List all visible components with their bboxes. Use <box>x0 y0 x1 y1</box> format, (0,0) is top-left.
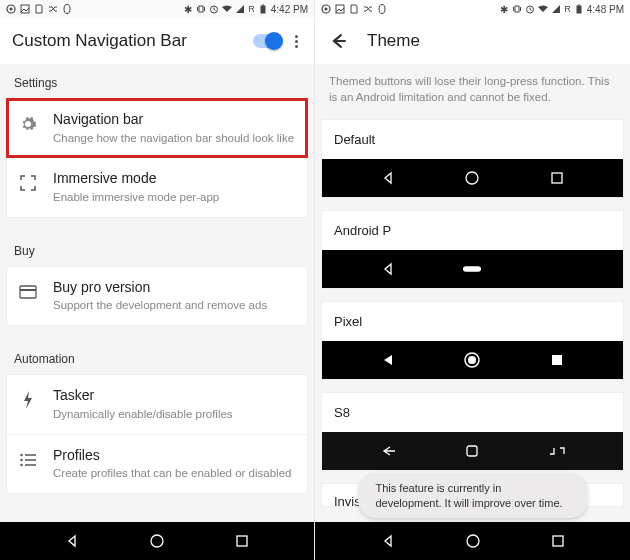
card-icon <box>17 281 39 303</box>
app-icon <box>377 4 387 14</box>
svg-rect-24 <box>515 6 519 12</box>
svg-point-16 <box>20 459 22 461</box>
battery-icon <box>574 4 584 14</box>
svg-rect-39 <box>553 536 563 546</box>
svg-rect-32 <box>552 173 562 183</box>
vibrate-icon <box>512 4 522 14</box>
warning-text: Themed buttons will lose their long-pres… <box>315 64 630 119</box>
svg-point-31 <box>466 172 478 184</box>
page-title: Theme <box>367 31 420 51</box>
svg-point-1 <box>10 8 13 11</box>
row-immersive-mode[interactable]: Immersive mode Enable immersive mode per… <box>7 157 307 216</box>
svg-point-3 <box>64 5 70 14</box>
section-label-automation: Automation <box>0 340 314 374</box>
svg-point-17 <box>20 464 22 466</box>
network-label: R <box>564 4 571 14</box>
overflow-menu-icon[interactable] <box>291 31 302 52</box>
clock-text: 4:48 PM <box>587 4 624 15</box>
shuffle-icon <box>48 4 58 14</box>
clock-text: 4:42 PM <box>271 4 308 15</box>
signal-icon <box>551 4 561 14</box>
navbar-preview <box>322 159 623 197</box>
sd-icon <box>34 4 44 14</box>
alarm-icon <box>209 4 219 14</box>
row-title: Navigation bar <box>53 111 297 129</box>
bluetooth-icon: ✱ <box>499 4 509 14</box>
theme-android-p[interactable]: Android P <box>321 210 624 289</box>
theme-name: Pixel <box>322 302 623 341</box>
recents-icon[interactable] <box>549 532 567 550</box>
alarm-icon <box>525 4 535 14</box>
row-tasker[interactable]: Tasker Dynamically enable/disable profil… <box>7 375 307 433</box>
toast: This feature is currently in development… <box>358 473 588 518</box>
theme-name: Default <box>322 120 623 159</box>
back-icon[interactable] <box>379 532 397 550</box>
svg-rect-29 <box>578 5 580 6</box>
svg-rect-4 <box>199 6 203 12</box>
back-icon <box>379 442 397 460</box>
target-icon <box>321 4 331 14</box>
status-bar: ✱ R 4:48 PM <box>315 0 630 18</box>
row-subtitle: Dynamically enable/disable profiles <box>53 407 297 422</box>
svg-rect-19 <box>237 536 247 546</box>
svg-point-23 <box>379 5 385 14</box>
home-icon <box>463 442 481 460</box>
svg-point-15 <box>20 454 22 456</box>
svg-rect-37 <box>467 446 477 456</box>
svg-rect-9 <box>262 5 264 6</box>
recents-icon <box>548 351 566 369</box>
image-icon <box>20 4 30 14</box>
navbar-preview <box>322 341 623 379</box>
home-icon[interactable] <box>464 532 482 550</box>
svg-point-21 <box>325 8 328 11</box>
svg-point-38 <box>467 535 479 547</box>
svg-rect-36 <box>552 355 562 365</box>
back-icon <box>379 169 397 187</box>
master-toggle[interactable] <box>253 34 281 48</box>
shuffle-icon <box>363 4 373 14</box>
phone-right: ✱ R 4:48 PM Theme Themed buttons will lo… <box>315 0 630 560</box>
main-content-right: Themed buttons will lose their long-pres… <box>315 64 630 522</box>
svg-rect-28 <box>576 6 581 14</box>
back-icon[interactable] <box>63 532 81 550</box>
row-subtitle: Support the development and remove ads <box>53 298 297 313</box>
theme-s8[interactable]: S8 <box>321 392 624 471</box>
row-subtitle: Enable immersive mode per-app <box>53 190 297 205</box>
home-icon[interactable] <box>148 532 166 550</box>
theme-name: Android P <box>322 211 623 250</box>
app-bar: Custom Navigation Bar <box>0 18 314 64</box>
card-buy: Buy pro version Support the development … <box>6 266 308 326</box>
app-icon <box>62 4 72 14</box>
recents-icon[interactable] <box>233 532 251 550</box>
vibrate-icon <box>196 4 206 14</box>
system-nav-bar <box>315 522 630 560</box>
row-title: Profiles <box>53 447 297 465</box>
svg-rect-33 <box>463 266 481 272</box>
card-settings: Navigation bar Change how the navigation… <box>6 98 308 218</box>
fullscreen-icon <box>17 172 39 194</box>
row-subtitle: Change how the navigation bar should loo… <box>53 131 297 146</box>
svg-point-35 <box>468 356 476 364</box>
app-title: Custom Navigation Bar <box>12 31 253 51</box>
navbar-preview <box>322 250 623 288</box>
back-button[interactable] <box>327 31 347 51</box>
section-label-settings: Settings <box>0 64 314 98</box>
recents-icon <box>548 169 566 187</box>
bolt-icon <box>17 389 39 411</box>
bluetooth-icon: ✱ <box>183 4 193 14</box>
image-icon <box>335 4 345 14</box>
svg-rect-10 <box>20 286 36 298</box>
home-icon <box>463 351 481 369</box>
row-profiles[interactable]: Profiles Create profiles that can be ena… <box>7 434 307 493</box>
row-buy-pro[interactable]: Buy pro version Support the development … <box>7 267 307 325</box>
recents-icon <box>548 442 566 460</box>
toast-text: This feature is currently in development… <box>376 482 563 508</box>
home-pill-icon <box>463 260 481 278</box>
signal-icon <box>235 4 245 14</box>
status-bar: ✱ R 4:42 PM <box>0 0 314 18</box>
row-navigation-bar[interactable]: Navigation bar Change how the navigation… <box>7 99 307 157</box>
theme-pixel[interactable]: Pixel <box>321 301 624 380</box>
list-icon <box>17 449 39 471</box>
theme-default[interactable]: Default <box>321 119 624 198</box>
row-title: Immersive mode <box>53 170 297 188</box>
